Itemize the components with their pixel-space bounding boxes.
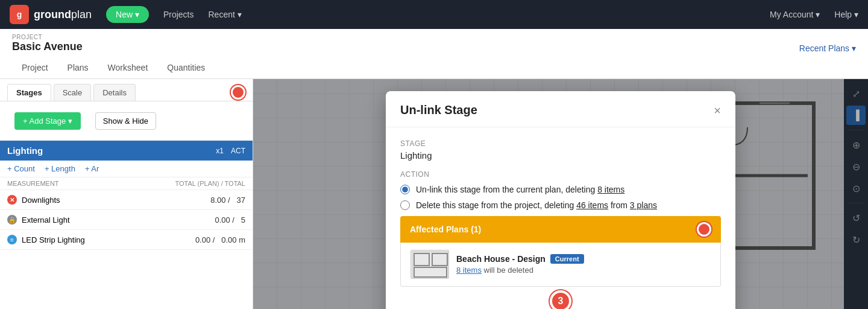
logo-icon: g (10, 5, 29, 24)
area-action[interactable]: + Ar (85, 164, 99, 173)
tab-quantities[interactable]: Quantities (157, 58, 215, 78)
tab-stages[interactable]: Stages (7, 84, 51, 101)
row-led-strip: ≡ LED Strip Lighting (7, 235, 195, 244)
show-hide-button[interactable]: Show & Hide (95, 112, 156, 130)
lock-icon: 🔒 (7, 215, 17, 225)
modal-title: Un-link Stage (400, 103, 477, 117)
plan-thumbnail-svg (411, 250, 449, 279)
bars-icon: ≡ (7, 235, 17, 244)
option1-text: Un-link this stage from the current plan… (416, 185, 624, 194)
my-account-link[interactable]: My Account ▾ (770, 10, 820, 19)
tab-details[interactable]: Details (93, 84, 136, 101)
option2-text: Delete this stage from the project, dele… (416, 200, 657, 210)
sub-tabs: Project Plans Worksheet Quantities (12, 58, 856, 78)
row-value: 0.00 / 5 (209, 215, 245, 225)
stage-name: Lighting (7, 145, 43, 156)
current-badge: Current (550, 254, 584, 264)
tab-plans[interactable]: Plans (58, 58, 98, 78)
unlink-stage-modal: Un-link Stage × Stage Lighting Action Un… (386, 91, 735, 309)
radio-option-1: Un-link this stage from the current plan… (400, 185, 721, 194)
row-value: 0.00 / 0.00 m (195, 235, 245, 244)
projects-link[interactable]: Projects (163, 10, 194, 19)
logo-text: groundplan (34, 8, 92, 21)
radio-option-2: Delete this stage from the project, dele… (400, 200, 721, 210)
modal-body: Stage Lighting Action Un-link this stage… (386, 127, 735, 308)
row-name: LED Strip Lighting (22, 235, 85, 244)
plan-item: Beach House - Design Current 8 items wil… (401, 243, 720, 286)
plan-desc: 8 items will be deleted (456, 266, 711, 275)
tab-project[interactable]: Project (12, 58, 58, 78)
table-row: ≡ LED Strip Lighting 0.00 / 0.00 m (0, 230, 253, 250)
action-label: Action (400, 170, 721, 179)
row-value: 8.00 / 37 (209, 196, 245, 205)
table-row: 🔒 External Light 0.00 / 5 (0, 210, 253, 230)
modal-backdrop: Un-link Stage × Stage Lighting Action Un… (253, 79, 868, 309)
new-button[interactable]: New ▾ (106, 6, 149, 23)
left-panel: Stages Scale Details + Add Stage ▾ Show … (0, 79, 253, 309)
stage-actions: + Count + Length + Ar (0, 161, 253, 177)
radio-delete[interactable] (400, 200, 410, 210)
affected-plans-header: Affected Plans (1) (400, 216, 721, 243)
count-action[interactable]: + Count (7, 164, 35, 173)
project-label: PROJECT (12, 34, 856, 40)
row-name: External Light (22, 215, 70, 225)
tab-scale[interactable]: Scale (54, 84, 92, 101)
recent-plans-button[interactable]: Recent Plans ▾ (799, 43, 856, 58)
table-header: MEASUREMENT TOTAL (PLAN) / TOTAL (0, 177, 253, 190)
project-title: Basic Avenue (12, 40, 83, 53)
stage-act-label: ACT (231, 147, 245, 155)
stage-field-value: Lighting (400, 150, 721, 161)
step-badge: 3 (550, 290, 571, 309)
x-icon: ✕ (7, 195, 17, 205)
plan-desc-link[interactable]: 8 items (456, 266, 482, 275)
add-stage-button[interactable]: + Add Stage ▾ (14, 112, 81, 130)
help-link[interactable]: Help ▾ (834, 10, 858, 19)
canvas-area: BEDROOM ⤢ ▐ ⊕ ⊖ ⊙ ↺ ↻ Un-link Stage × (253, 79, 868, 309)
length-action[interactable]: + Length (45, 164, 75, 173)
row-downlights: ✕ Downlights (7, 195, 209, 205)
logo: g groundplan (10, 5, 92, 24)
row-name: Downlights (22, 196, 60, 205)
affected-plans-label: Affected Plans (1) (410, 225, 481, 234)
panel-tabs: Stages Scale Details (0, 79, 253, 101)
main-content: Stages Scale Details + Add Stage ▾ Show … (0, 79, 868, 309)
annotation-dot-1 (231, 85, 245, 100)
navbar-right: My Account ▾ Help ▾ (770, 10, 858, 19)
tab-worksheet[interactable]: Worksheet (98, 58, 158, 78)
recent-link[interactable]: Recent ▾ (209, 10, 242, 19)
radio-unlink[interactable] (400, 185, 410, 194)
total-col-header: TOTAL (PLAN) / TOTAL (175, 180, 245, 187)
modal-close-button[interactable]: × (714, 104, 721, 116)
row-external-light: 🔒 External Light (7, 215, 209, 225)
stage-section-header: Lighting x1 ACT (0, 141, 253, 161)
option1-link[interactable]: 8 items (597, 185, 624, 194)
stage-x-label: x1 (216, 147, 224, 155)
affected-plans-body: Beach House - Design Current 8 items wil… (400, 243, 721, 287)
option2-link2[interactable]: 3 plans (630, 200, 657, 210)
annotation-dot-2 (697, 222, 711, 237)
navbar: g groundplan New ▾ Projects Recent ▾ My … (0, 0, 868, 29)
sub-header: PROJECT Basic Avenue Recent Plans ▾ Proj… (0, 29, 868, 79)
measurement-col-header: MEASUREMENT (7, 180, 175, 187)
stage-field-label: Stage (400, 139, 721, 148)
plan-name: Beach House - Design Current (456, 254, 711, 264)
plan-thumbnail (410, 250, 449, 279)
option2-link1[interactable]: 46 items (576, 200, 608, 210)
plan-info: Beach House - Design Current 8 items wil… (456, 254, 711, 275)
modal-header: Un-link Stage × (386, 91, 735, 127)
table-row: ✕ Downlights 8.00 / 37 (0, 190, 253, 210)
